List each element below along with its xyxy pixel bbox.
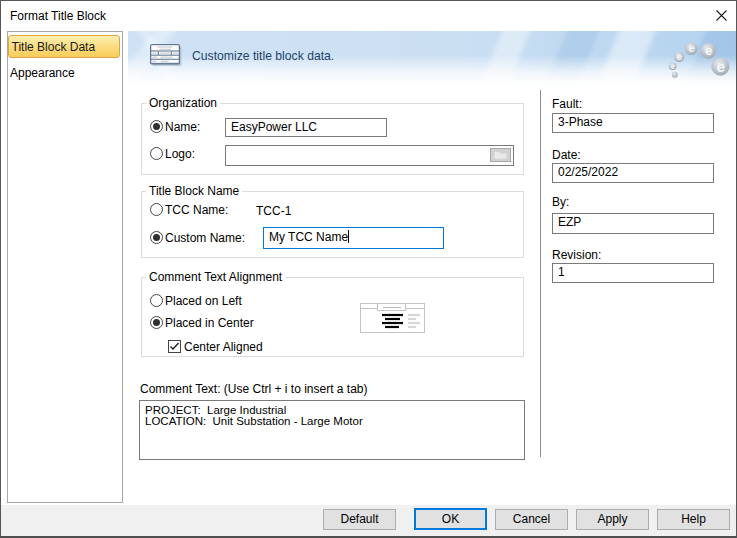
svg-text:e: e [689, 42, 695, 54]
svg-text:e: e [671, 63, 675, 70]
svg-text:e: e [717, 58, 726, 75]
svg-text:e: e [705, 43, 713, 58]
svg-text:e: e [677, 52, 682, 62]
